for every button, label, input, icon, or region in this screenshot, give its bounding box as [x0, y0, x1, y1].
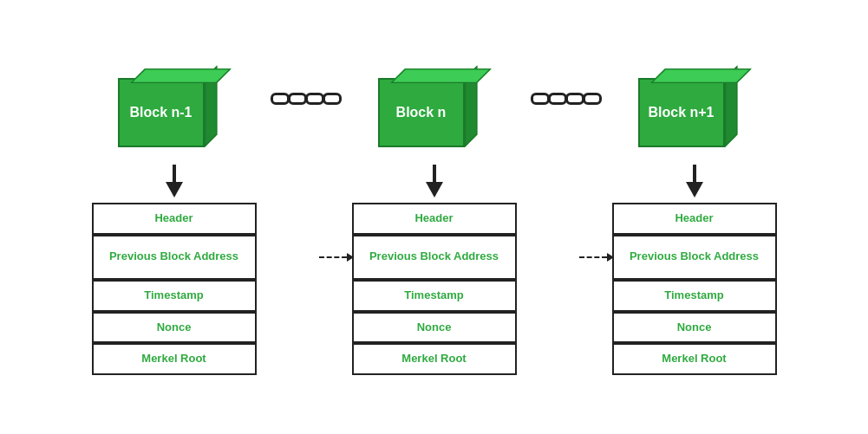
chain-link: [548, 93, 567, 105]
cube-front-n-minus-1: Block n-1: [118, 78, 205, 147]
prev-block-field-n-minus-1: Previous Block Address: [92, 235, 257, 280]
block-group-n: Block n Header Previous Block Address: [343, 59, 525, 376]
block-label-n: Block n: [396, 105, 447, 120]
dashed-arrow-n: [319, 253, 354, 262]
arrow-head: [607, 253, 614, 262]
nonce-field-n-plus-1: Nonce: [612, 312, 777, 344]
chain-link: [323, 93, 342, 105]
header-field-n: Header: [352, 203, 517, 235]
chain-link: [305, 93, 324, 105]
block-group-n-plus-1: Block n+1 Header Previous Block Address: [604, 59, 786, 376]
dashed-arrow-n-plus-1: [579, 253, 614, 262]
timestamp-field-n: Timestamp: [352, 280, 517, 312]
chain-link: [531, 93, 550, 105]
arrow-down-n-plus-1: [686, 163, 703, 198]
cube-front-n: Block n: [378, 78, 465, 147]
block-group-n-minus-1: Block n-1 Header Previous Block Address …: [83, 59, 265, 376]
header-field-n-minus-1: Header: [92, 203, 257, 235]
down-arrow-n-plus-1: [686, 182, 703, 198]
block-label-n-plus-1: Block n+1: [648, 105, 714, 120]
fields-n-plus-1: Header Previous Block Address Timestamp …: [612, 203, 777, 376]
blockchain-diagram: Block n-1 Header Previous Block Address …: [57, 42, 812, 393]
nonce-field-n-minus-1: Nonce: [92, 312, 257, 344]
chain-link: [288, 93, 307, 105]
chain-connector-1: [265, 89, 343, 108]
down-arrow-n-minus-1: [166, 182, 183, 198]
arrow-down-n: [426, 163, 443, 198]
chain-link: [583, 93, 602, 105]
arrow-head: [347, 253, 354, 262]
chain-connector-2: [525, 89, 604, 108]
fields-n: Header Previous Block Address Timestamp …: [352, 203, 517, 376]
block-label-n-minus-1: Block n-1: [129, 105, 192, 120]
timestamp-field-n-plus-1: Timestamp: [612, 280, 777, 312]
cube-n-plus-1: Block n+1: [638, 59, 751, 154]
arrow-down-n-minus-1: [166, 163, 183, 198]
cube-front-n-plus-1: Block n+1: [638, 78, 725, 147]
merkel-field-n: Merkel Root: [352, 343, 517, 375]
chain-links-1: [271, 89, 338, 108]
prev-block-field-n: Previous Block Address: [352, 235, 517, 280]
cube-n: Block n: [378, 59, 491, 154]
cube-top-n: [390, 68, 492, 83]
dashed-line: [319, 256, 347, 258]
chain-link: [271, 93, 290, 105]
prev-block-field-n-plus-1: Previous Block Address: [612, 235, 777, 280]
nonce-field-n: Nonce: [352, 312, 517, 344]
cube-top-n-plus-1: [650, 68, 752, 83]
cube-top-n-minus-1: [130, 68, 232, 83]
merkel-field-n-plus-1: Merkel Root: [612, 343, 777, 375]
fields-n-minus-1: Header Previous Block Address Timestamp …: [92, 203, 257, 376]
dashed-line: [579, 256, 607, 258]
timestamp-field-n-minus-1: Timestamp: [92, 280, 257, 312]
chain-links-2: [531, 89, 598, 108]
header-field-n-plus-1: Header: [612, 203, 777, 235]
cube-n-minus-1: Block n-1: [118, 59, 231, 154]
down-arrow-n: [426, 182, 443, 198]
merkel-field-n-minus-1: Merkel Root: [92, 343, 257, 375]
chain-link: [565, 93, 584, 105]
